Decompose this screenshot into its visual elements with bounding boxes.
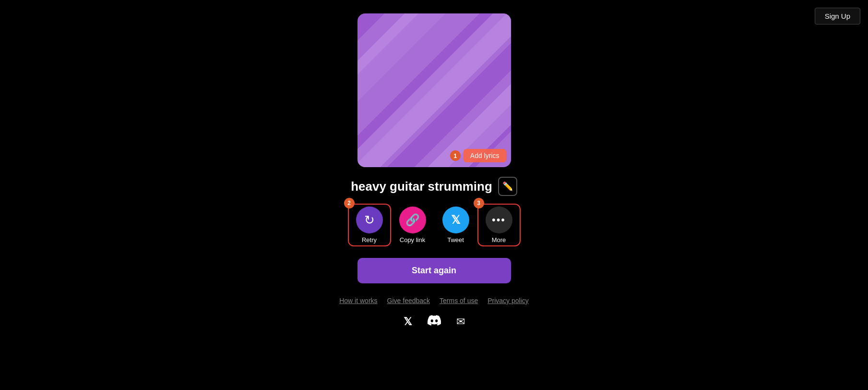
more-icon: •••: [492, 214, 506, 226]
edit-icon: ✏️: [502, 181, 513, 192]
tweet-label: Tweet: [447, 236, 464, 244]
song-title: heavy guitar strumming: [351, 179, 492, 194]
add-lyrics-wrapper: 1 Add lyrics: [450, 149, 506, 162]
footer-links: How it works Give feedback Terms of use …: [339, 297, 529, 305]
album-art: [357, 13, 511, 167]
start-again-button[interactable]: Start again: [357, 258, 511, 283]
retry-action[interactable]: 2 ↻ Retry: [348, 204, 391, 246]
badge-2: 2: [344, 198, 355, 208]
twitter-social-icon[interactable]: 𝕏: [404, 316, 412, 328]
tweet-circle: 𝕏: [442, 207, 469, 233]
album-art-wrapper: 1 Add lyrics: [357, 13, 511, 167]
badge-1: 1: [450, 150, 461, 161]
copy-link-action[interactable]: 🔗 Copy link: [391, 207, 434, 244]
badge-3: 3: [474, 198, 484, 208]
more-label: More: [492, 236, 506, 244]
privacy-policy-link[interactable]: Privacy policy: [488, 297, 529, 305]
more-action[interactable]: 3 ••• More: [477, 204, 521, 246]
discord-social-icon[interactable]: [428, 314, 441, 329]
actions-row: 2 ↻ Retry 🔗 Copy link 𝕏 Tweet 3 •••: [348, 204, 521, 246]
retry-icon: ↻: [364, 213, 375, 228]
copy-link-label: Copy link: [400, 236, 425, 244]
retry-label: Retry: [362, 236, 377, 244]
retry-circle: ↻: [356, 207, 383, 233]
copy-link-circle: 🔗: [399, 207, 426, 233]
how-it-works-link[interactable]: How it works: [339, 297, 377, 305]
add-lyrics-button[interactable]: Add lyrics: [464, 149, 506, 162]
more-circle: •••: [486, 207, 512, 233]
song-title-row: heavy guitar strumming ✏️: [351, 177, 517, 196]
twitter-icon: 𝕏: [451, 213, 460, 227]
edit-button[interactable]: ✏️: [498, 177, 517, 196]
email-social-icon[interactable]: ✉: [456, 316, 465, 328]
main-content: 1 Add lyrics heavy guitar strumming ✏️ 2…: [0, 0, 868, 329]
social-row: 𝕏 ✉: [404, 314, 465, 329]
sign-up-button[interactable]: Sign Up: [815, 8, 860, 24]
tweet-action[interactable]: 𝕏 Tweet: [434, 207, 477, 244]
give-feedback-link[interactable]: Give feedback: [387, 297, 430, 305]
copy-link-icon: 🔗: [405, 213, 420, 227]
terms-of-use-link[interactable]: Terms of use: [440, 297, 478, 305]
